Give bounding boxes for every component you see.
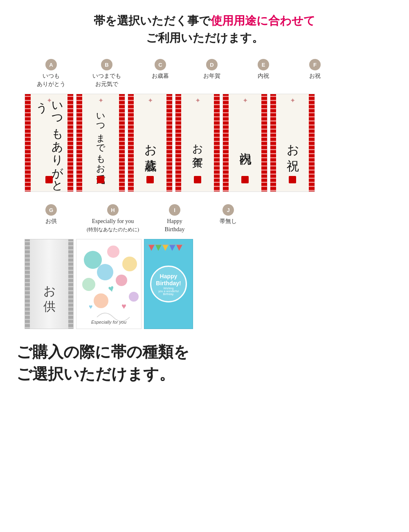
item-c-label-col: C お歳暮 — [136, 59, 185, 91]
band-b-text: いつまでもお元気で — [94, 107, 107, 179]
band-c-text: お歳暮 — [142, 136, 159, 150]
svg-point-5 — [82, 278, 95, 291]
badge-a: A — [45, 59, 57, 70]
page-header: 帯を選択いただく事で使用用途に合わせて ご利用いただけます。 — [16, 12, 393, 47]
label-e: 内祝 — [258, 72, 269, 80]
svg-marker-13 — [162, 245, 169, 251]
band-i-flags — [144, 243, 193, 259]
svg-point-7 — [94, 293, 108, 308]
svg-point-3 — [97, 264, 113, 280]
header-line1-plain: 帯を選択いただく事で — [94, 14, 211, 27]
label-b: いつまでもお元気で — [92, 72, 121, 88]
band-b: ✦ いつまでもお元気で — [76, 94, 125, 192]
deco-d: ✦ — [195, 97, 200, 104]
seal-b — [97, 176, 104, 183]
svg-text:♥: ♥ — [107, 283, 115, 295]
band-d: ✦ お年賀 — [175, 94, 220, 192]
seal-c — [146, 176, 154, 183]
band-e: ✦ 内祝 — [222, 94, 267, 192]
svg-point-2 — [122, 257, 137, 271]
band-i-text-main: HappyBirthday! — [156, 273, 181, 287]
band-i-circle: HappyBirthday! Wishingyou a wonderfulBir… — [150, 266, 187, 302]
label-h: Especially for you(特別なあなたのために) — [87, 217, 139, 233]
row1-labels: A いつもありがとう B いつまでもお元気で C お歳暮 D お年賀 E 内祝 … — [16, 59, 393, 91]
item-h-label-col: H Especially for you(特別なあなたのために) — [80, 204, 146, 237]
deco-b: ✦ — [98, 97, 103, 104]
header-line2: ご利用いただけます。 — [146, 32, 263, 44]
item-j-label-col: J 帯無し — [204, 204, 253, 237]
svg-text:♥: ♥ — [121, 302, 126, 311]
label-i: HappyBirthday — [165, 217, 185, 233]
band-h: ♥ ♥ ♥ Especially for you — [76, 239, 142, 329]
item-f-label-col: F お祝 — [290, 59, 339, 91]
badge-d: D — [206, 59, 218, 70]
item-i-label-col: I HappyBirthday — [148, 204, 201, 237]
band-i: HappyBirthday! Wishingyou a wonderfulBir… — [144, 239, 193, 329]
svg-point-6 — [129, 292, 139, 302]
badge-c: C — [155, 59, 166, 70]
seal-e — [241, 176, 249, 183]
band-g: お供 — [25, 239, 74, 329]
svg-marker-15 — [176, 245, 182, 251]
band-c: ✦ お歳暮 — [128, 94, 173, 192]
badge-h: H — [107, 204, 119, 216]
header-line1-highlight: 使用用途に合わせて — [211, 14, 315, 27]
bottom-line1: ご購入の際に帯の種類を — [16, 343, 189, 361]
bottom-text: ご購入の際に帯の種類を ご選択いただけます。 — [16, 341, 241, 385]
item-g-label-col: G お供 — [25, 204, 78, 237]
deco-f: ✦ — [290, 97, 295, 104]
band-f-text: お祝 — [284, 136, 301, 150]
row2-labels: G お供 H Especially for you(特別なあなたのために) I … — [16, 204, 393, 237]
label-a: いつもありがとう — [37, 72, 65, 88]
item-b-label-col: B いつまでもお元気で — [80, 59, 133, 91]
badge-j: J — [222, 204, 234, 216]
seal-d — [194, 176, 201, 183]
band-f: ✦ お祝 — [270, 94, 315, 192]
seal-f — [289, 176, 296, 183]
svg-point-4 — [116, 275, 127, 286]
band-g-text: お供 — [41, 277, 58, 291]
badge-i: I — [169, 204, 180, 216]
label-g: お供 — [45, 217, 57, 225]
bottom-line2: ご選択いただけます。 — [16, 365, 175, 383]
row1-bands: ✦ いつもありがとう ✦ いつまでもお元気で ✦ お歳暮 ✦ お年賀 ✦ 内祝 — [16, 94, 393, 192]
band-i-text-sub: Wishingyou a wonderfulBirthday. — [158, 287, 178, 295]
bottom-section: ご購入の際に帯の種類を ご選択いただけます。 確認事項 帯の種類 ---帯をご選… — [16, 341, 393, 385]
row2-bands: お供 ♥ ♥ ♥ Especially for y — [16, 239, 393, 329]
badge-b: B — [101, 59, 112, 70]
svg-marker-11 — [148, 245, 155, 251]
band-h-text: Especially for you — [91, 320, 126, 325]
label-c: お歳暮 — [152, 72, 169, 80]
label-d: お年賀 — [203, 72, 220, 80]
item-a-label-col: A いつもありがとう — [25, 59, 78, 91]
deco-c: ✦ — [148, 97, 153, 104]
svg-text:♥: ♥ — [89, 303, 93, 310]
item-d-label-col: D お年賀 — [187, 59, 236, 91]
band-h-decoration: ♥ ♥ ♥ — [76, 239, 142, 329]
item-e-label-col: E 内祝 — [239, 59, 288, 91]
deco-a: ✦ — [47, 97, 52, 104]
band-a: ✦ いつもありがとう — [25, 94, 74, 192]
seal-a — [45, 176, 53, 183]
badge-f: F — [309, 59, 321, 70]
band-d-text: お年賀 — [191, 137, 205, 149]
deco-e: ✦ — [243, 97, 248, 104]
label-f: お祝 — [309, 72, 321, 80]
svg-point-0 — [84, 251, 102, 269]
badge-e: E — [258, 59, 269, 70]
svg-marker-14 — [169, 245, 175, 251]
svg-point-1 — [107, 246, 119, 258]
label-j: 帯無し — [220, 217, 237, 225]
badge-g: G — [45, 204, 57, 216]
svg-marker-12 — [155, 245, 162, 251]
